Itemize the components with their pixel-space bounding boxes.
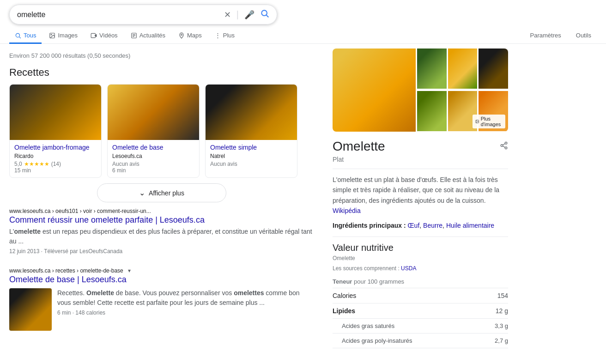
recipes-grid: Omelette jambon-fromage Ricardo 5,0 ★★★★… bbox=[9, 84, 314, 178]
nutrition-label-satures: Acides gras saturés bbox=[342, 322, 394, 329]
recipe-card-title-3: Omelette simple bbox=[210, 144, 292, 151]
svg-point-17 bbox=[505, 147, 507, 149]
clear-icon[interactable]: ✕ bbox=[224, 10, 231, 20]
kp-image-main[interactable] bbox=[333, 49, 416, 132]
kp-image-more[interactable]: Plus d'images bbox=[479, 91, 508, 131]
tab-tous[interactable]: Tous bbox=[9, 28, 42, 44]
nutrition-section: Valeur nutritive Omelette Les sources co… bbox=[333, 243, 508, 348]
kp-title-row: Omelette bbox=[333, 139, 508, 154]
recipe-card-site-1: Ricardo bbox=[14, 153, 97, 159]
tab-videos[interactable]: Vidéos bbox=[85, 28, 123, 44]
results-count: Environ 57 200 000 résultats (0,50 secon… bbox=[9, 49, 314, 67]
search-result-1: www.lesoeufs.ca › oeufs101 › voir › comm… bbox=[9, 208, 314, 255]
search-button-icon[interactable] bbox=[260, 9, 269, 20]
svg-point-5 bbox=[51, 34, 52, 35]
nutrition-row-lipides: Lipides 12 g bbox=[333, 303, 508, 319]
result-url-2: www.lesoeufs.ca › recettes › omelette-de… bbox=[9, 267, 314, 274]
recipe-card-reviews-2: Aucun avis bbox=[112, 161, 194, 167]
images-tab-icon bbox=[49, 32, 55, 39]
recipe-card-info-2: Omelette de base Lesoeufs.ca Aucun avis … bbox=[108, 140, 199, 177]
recipe-card-site-2: Lesoeufs.ca bbox=[112, 153, 194, 159]
kp-wikipedia-link[interactable]: Wikipédia bbox=[333, 207, 361, 214]
nutrition-source: Les sources comprennent : USDA bbox=[333, 265, 508, 272]
nutrition-label-calories: Calories bbox=[333, 292, 356, 299]
plus-dots-icon: ⋮ bbox=[215, 32, 221, 39]
stars-icon-1: ★★★★★ bbox=[24, 161, 49, 167]
search-bar: omelette ✕ | 🎤 bbox=[9, 5, 277, 24]
kp-image-sm-3[interactable] bbox=[479, 49, 508, 89]
tab-parametres[interactable]: Paramètres bbox=[525, 28, 567, 44]
result-title-1[interactable]: Comment réussir une omelette parfaite | … bbox=[9, 215, 314, 225]
tab-outils[interactable]: Outils bbox=[570, 28, 597, 44]
nutrition-value-satures: 3,3 g bbox=[495, 322, 508, 329]
nutrition-value-polyinsatures: 2,7 g bbox=[495, 337, 508, 344]
bold-omelette: Omelette bbox=[86, 289, 114, 297]
recipe-card-image-1 bbox=[10, 85, 101, 140]
recipe-card-image-2 bbox=[108, 85, 199, 140]
result-with-thumb-2: Recettes. Omelette de base. Vous pouvez … bbox=[9, 288, 314, 331]
left-column: Environ 57 200 000 résultats (0,50 secon… bbox=[9, 44, 314, 348]
nutrition-row-polyinsatures: Acides gras poly-insaturés 2,7 g bbox=[333, 334, 508, 348]
kp-description: L'omelette est un plat à base d'œufs. El… bbox=[333, 175, 508, 216]
videos-tab-icon bbox=[91, 32, 97, 39]
svg-line-3 bbox=[19, 36, 21, 38]
kp-ingredients: Ingrédients principaux : Œuf, Beurre, Hu… bbox=[333, 222, 508, 229]
tab-plus[interactable]: ⋮ Plus bbox=[209, 28, 240, 44]
nutrition-title: Valeur nutritive bbox=[333, 243, 508, 253]
nutrition-row-calories: Calories 154 bbox=[333, 288, 508, 303]
recipe-card-site-3: Natrel bbox=[210, 153, 292, 159]
mic-icon[interactable]: 🎤 bbox=[244, 10, 255, 20]
knowledge-panel: Plus d'images Omelette Plat L'omelette e… bbox=[333, 44, 508, 348]
tab-maps[interactable]: Maps bbox=[173, 28, 207, 44]
search-icons: ✕ | 🎤 bbox=[224, 9, 269, 20]
recipe-card-info-3: Omelette simple Natrel Aucun avis bbox=[206, 140, 297, 171]
dropdown-arrow-icon[interactable]: ▾ bbox=[128, 267, 131, 274]
kp-ingredient-beurre[interactable]: Beurre bbox=[423, 222, 442, 229]
recipe-card-info-1: Omelette jambon-fromage Ricardo 5,0 ★★★★… bbox=[10, 140, 101, 177]
result-snippet-1: L'omelette est un repas peu dispendieux … bbox=[9, 227, 314, 246]
svg-line-18 bbox=[503, 146, 505, 147]
share-icon[interactable] bbox=[500, 141, 508, 152]
svg-point-15 bbox=[505, 142, 507, 144]
kp-images-grid: Plus d'images bbox=[333, 49, 508, 132]
tab-actualites[interactable]: Actualités bbox=[125, 28, 171, 44]
search-tab-icon bbox=[15, 32, 21, 39]
result-thumbnail-2 bbox=[9, 288, 52, 331]
nutrition-subtitle: Omelette bbox=[333, 255, 508, 261]
kp-ingredient-huile[interactable]: Huile alimentaire bbox=[446, 222, 494, 229]
recipe-card-time-2: 6 min bbox=[112, 167, 194, 174]
maps-tab-icon bbox=[178, 32, 185, 39]
nav-tabs: Tous Images Vidéos Actualités Maps ⋮ Plu… bbox=[0, 24, 606, 44]
bold-omelettes: omelettes bbox=[234, 289, 264, 297]
kp-image-sm-4[interactable] bbox=[417, 91, 447, 131]
show-more-button[interactable]: ⌄ Afficher plus bbox=[97, 183, 226, 202]
kp-title: Omelette bbox=[333, 139, 385, 154]
kp-divider-2 bbox=[333, 237, 508, 237]
nutrition-source-link[interactable]: USDA bbox=[401, 265, 416, 272]
nutrition-label-polyinsatures: Acides gras poly-insaturés bbox=[342, 337, 412, 344]
result-title-2[interactable]: Omelette de base | Lesoeufs.ca bbox=[9, 275, 314, 285]
recipe-card-rating-1: 5,0 ★★★★★ (14) bbox=[14, 161, 97, 167]
tab-images[interactable]: Images bbox=[43, 28, 83, 44]
result-meta-1: 12 juin 2013 · Téléversé par LesOeufsCan… bbox=[9, 248, 314, 255]
recipe-card-title-2: Omelette de base bbox=[112, 144, 194, 151]
recipe-card-simple[interactable]: Omelette simple Natrel Aucun avis bbox=[205, 84, 297, 178]
kp-image-sm-1[interactable] bbox=[417, 49, 447, 89]
svg-point-2 bbox=[16, 33, 19, 37]
search-input[interactable]: omelette bbox=[17, 11, 224, 19]
recipe-card-reviews-3: Aucun avis bbox=[210, 161, 292, 167]
result-text-2: Recettes. Omelette de base. Vous pouvez … bbox=[57, 288, 314, 331]
recipe-card-jambon-fromage[interactable]: Omelette jambon-fromage Ricardo 5,0 ★★★★… bbox=[9, 84, 102, 178]
actualites-tab-icon bbox=[131, 32, 137, 39]
nav-right-tabs: Paramètres Outils bbox=[525, 28, 597, 43]
kp-ingredient-oeuf[interactable]: Œuf bbox=[408, 222, 420, 229]
snippet-bold-1: omelette bbox=[14, 228, 41, 235]
main-content: Environ 57 200 000 résultats (0,50 secon… bbox=[0, 44, 606, 348]
more-images-label: Plus d'images bbox=[473, 115, 505, 128]
recipe-card-image-3 bbox=[206, 85, 297, 140]
kp-image-sm-2[interactable] bbox=[448, 49, 478, 89]
recipe-card-de-base[interactable]: Omelette de base Lesoeufs.ca Aucun avis … bbox=[107, 84, 200, 178]
recipe-card-time-1: 15 min bbox=[14, 167, 97, 174]
svg-point-0 bbox=[261, 10, 267, 16]
images-icon bbox=[475, 119, 479, 124]
